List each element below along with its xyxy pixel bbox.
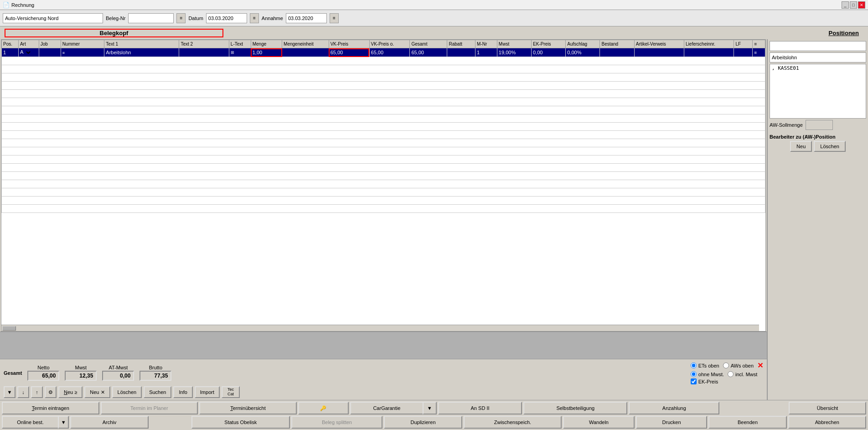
archiv-button[interactable]: Archiv [70,416,148,429]
table-row-empty [2,205,765,213]
car-garantie-arrow-button[interactable]: ▼ [423,402,437,414]
neu-art-button[interactable]: Neu ✕ [84,386,110,398]
right-panel: , KASSE01 AW-Sollmenge Bearbeiter zu (AW… [768,39,868,400]
cell-aufschlag: 0,00% [566,48,600,57]
table-row-empty [2,106,765,114]
cell-nummer: ≡ [61,48,104,57]
annahme-label: Annahme [262,16,283,21]
col-bestand: Bestand [600,40,634,48]
ohne-mwst-radio[interactable] [691,371,697,377]
beleg-splitten-button[interactable]: Beleg splitten [291,416,383,429]
art-select[interactable] [25,49,32,56]
cell-text2 [179,48,229,57]
incl-mwst-label: incl. Mwst [735,372,757,377]
duplizieren-button[interactable]: Duplizieren [384,416,462,429]
cell-mwst: 19,00% [497,48,531,57]
table-row-empty [2,172,765,180]
fingerprint-button[interactable]: 🔑 [298,402,349,414]
status-obelisk-button[interactable]: Status Obelisk [191,416,290,429]
suchen-button[interactable]: Suchen [144,386,171,398]
beleg-nr-label: Beleg-Nr [106,16,125,21]
termin-eintragen-button[interactable]: Termin eintragen [2,402,99,414]
neu-pos-button[interactable]: Neu ≥ [58,386,83,398]
brutto-group: Brutto 77,35 [140,365,171,381]
close-button[interactable]: ✕ [858,1,865,9]
action-row-2: Online best. ▼ Archiv Status Obelisk Bel… [2,416,866,429]
info-button[interactable]: Info [173,386,192,398]
import-button[interactable]: Import [195,386,220,398]
aw-sollmenge-input[interactable] [806,120,833,130]
horizontal-scrollbar[interactable] [1,325,759,331]
incl-mwst-radio[interactable] [728,371,734,377]
zwischenspeich-button[interactable]: Zwischenspeich. [464,416,562,429]
mwst-group: Mwst 12,35 [65,365,97,381]
ek-preis-checkbox[interactable] [691,378,697,384]
loeschen-bearbeiter-button[interactable]: Löschen [814,141,846,152]
terminuebersicht-button[interactable]: Terminübersicht [199,402,297,414]
dropdown-arrow-button[interactable]: ▼ [4,386,16,398]
car-garantie-button[interactable]: CarGarantie [350,402,422,414]
table-row-empty [2,131,765,139]
arrow-down-button[interactable]: ↓ [17,386,29,398]
col-lieferscheinnr: Lieferscheinnr. [684,40,734,48]
table-row-empty [2,188,765,197]
beenden-button[interactable]: Beenden [708,416,786,429]
table-row-empty [2,155,765,164]
online-best-button[interactable]: Online best. [2,416,58,429]
cell-ekpreis: 0,00 [532,48,566,57]
loeschen-toolbar-button[interactable]: Löschen [112,386,142,398]
artikel-name-input[interactable] [770,52,866,62]
car-garantie-group: CarGarantie ▼ [350,402,437,414]
cell-bestand [600,48,634,57]
table-row-empty [2,57,765,65]
beleg-nr-menu-button[interactable]: ≡ [176,13,186,23]
online-best-arrow-button[interactable]: ▼ [58,416,69,429]
table-row[interactable]: 1 A ≡ Arbeitslohn [2,48,765,57]
datum-input[interactable] [206,13,247,23]
table-row-empty [2,180,765,188]
cell-mengeneinheit [282,48,329,57]
table-row-empty [2,65,765,73]
close-red-icon[interactable]: ✕ [757,361,763,370]
termin-im-planer-button[interactable]: Termin im Planer [101,402,198,414]
selbstbeteiligung-button[interactable]: Selbstbeteiligung [523,402,627,414]
table-row-empty [2,82,765,90]
datum-menu-button[interactable]: ≡ [250,13,259,23]
scrollbar-thumb-h [2,326,16,331]
netto-group: Netto 65,00 [27,365,59,381]
table-row-empty [2,164,765,172]
tec-cat-button[interactable]: Tec Cat [222,386,240,398]
customer-name-input[interactable] [3,13,103,23]
positions-table: Pos. Art Job Nummer Text 1 Text 2 L-Text… [1,40,765,213]
minimize-button[interactable]: _ [842,1,849,9]
drucken-button[interactable]: Drucken [636,416,708,429]
maximize-button[interactable]: □ [850,1,857,9]
neu-bearbeiter-button[interactable]: Neu [790,141,812,152]
artikel-desc-textarea[interactable]: , KASSE01 [770,64,866,119]
ets-oben-radio[interactable] [691,363,697,368]
anzahlung-button[interactable]: Anzahlung [629,402,719,414]
arrow-up-button[interactable]: ↑ [31,386,43,398]
cell-rabatt [447,48,475,57]
right-top-input[interactable] [770,41,866,51]
window-controls: _ □ ✕ [842,1,865,9]
netto-value: 65,00 [27,371,59,381]
table-row-empty [2,114,765,123]
annahme-input[interactable] [286,13,327,23]
uebersicht-button[interactable]: Übersicht [789,402,866,414]
col-lf: LF [734,40,753,48]
action-row-1: Termin eintragen Termin im Planer Termin… [2,402,866,414]
wandeln-button[interactable]: Wandeln [563,416,635,429]
annahme-menu-button[interactable]: ≡ [330,13,339,23]
gear-button[interactable]: ⚙ [45,386,57,398]
title-bar: 📄 Rechnung _ □ ✕ [0,0,868,10]
belegkopf-header[interactable]: Belegkopf [5,29,223,37]
cell-ltext: ⊞ [229,48,251,57]
an-sd-ii-button[interactable]: An SD II [438,402,522,414]
abbrechen-button[interactable]: Abbrechen [788,416,866,429]
aws-oben-radio[interactable] [723,363,729,368]
col-aufschlag: Aufschlag [566,40,600,48]
col-art: Art [18,40,39,48]
toolbar-row: ▼ ↓ ↑ ⚙ Neu ≥ Neu ✕ Löschen [4,386,763,398]
beleg-nr-input[interactable] [128,13,174,23]
